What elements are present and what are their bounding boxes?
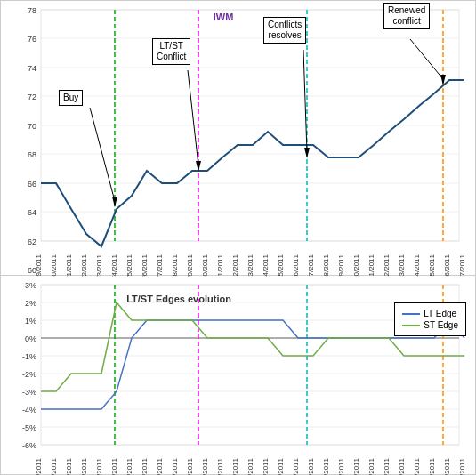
svg-text:10/23/2011: 10/23/2011 [398,457,406,475]
svg-text:10/12/2011: 10/12/2011 [231,254,239,277]
svg-text:2%: 2% [25,299,36,308]
svg-text:10/9/2011: 10/9/2011 [186,254,194,277]
svg-text:10/12/2011: 10/12/2011 [231,457,239,475]
svg-text:64: 64 [28,208,36,217]
svg-text:10/9/2011: 10/9/2011 [186,457,194,475]
svg-text:10/22/2011: 10/22/2011 [383,457,391,475]
conflicts-resolves-annotation: Conflictsresolves [263,17,306,44]
svg-text:72: 72 [28,93,36,101]
svg-text:10/14/2011: 10/14/2011 [262,457,270,475]
svg-text:0%: 0% [25,334,36,343]
svg-text:10/5/2011: 10/5/2011 [125,457,133,475]
chart-container: 78 76 74 72 70 68 66 64 62 60 IWM [0,0,476,475]
svg-text:10/16/2011: 10/16/2011 [292,457,300,475]
top-chart-svg: 78 76 74 72 70 68 66 64 62 60 IWM [1,1,476,277]
svg-text:10/15/2011: 10/15/2011 [277,457,285,475]
svg-text:10/15/2011: 10/15/2011 [277,254,285,277]
top-chart: 78 76 74 72 70 68 66 64 62 60 IWM [0,0,476,276]
svg-text:9/29/2011: 9/29/2011 [35,254,43,277]
ltst-conflict-annotation: LT/STConflict [152,38,190,65]
svg-text:9/30/2011: 9/30/2011 [50,457,58,475]
svg-text:10/25/2011: 10/25/2011 [428,254,436,277]
svg-text:9/30/2011: 9/30/2011 [50,254,58,277]
st-edge-legend-line [402,325,420,326]
svg-text:10/7/2011: 10/7/2011 [156,254,164,277]
svg-text:10/20/2011: 10/20/2011 [352,254,360,277]
lt-edge-legend-label: LT Edge [424,309,456,318]
svg-text:10/20/2011: 10/20/2011 [352,457,360,475]
svg-text:10/7/2011: 10/7/2011 [156,457,164,475]
svg-text:10/1/2011: 10/1/2011 [65,457,73,475]
svg-text:76: 76 [28,35,36,44]
svg-text:10/24/2011: 10/24/2011 [413,254,421,277]
svg-text:10/2/2011: 10/2/2011 [80,254,88,277]
svg-text:10/26/2011: 10/26/2011 [443,254,451,277]
svg-text:-1%: -1% [22,352,36,361]
svg-text:10/17/2011: 10/17/2011 [307,254,315,277]
svg-text:10/21/2011: 10/21/2011 [367,254,375,277]
svg-text:-3%: -3% [22,388,36,397]
svg-text:66: 66 [28,180,36,189]
svg-text:10/4/2011: 10/4/2011 [110,254,118,277]
svg-text:10/10/2011: 10/10/2011 [201,457,209,475]
renewed-conflict-annotation: Renewedconflict [383,3,430,29]
svg-text:10/3/2011: 10/3/2011 [95,457,103,475]
svg-text:10/11/2011: 10/11/2011 [216,457,224,475]
svg-text:10/27/2011: 10/27/2011 [458,254,466,277]
svg-text:9/29/2011: 9/29/2011 [35,457,43,475]
svg-text:62: 62 [28,238,36,246]
svg-text:10/8/2011: 10/8/2011 [171,254,179,277]
svg-text:10/5/2011: 10/5/2011 [125,254,133,277]
svg-text:10/18/2011: 10/18/2011 [322,457,330,475]
svg-text:10/13/2011: 10/13/2011 [246,254,254,277]
buy-annotation: Buy [59,90,83,106]
svg-text:-6%: -6% [22,441,36,450]
svg-text:10/21/2011: 10/21/2011 [367,457,375,475]
svg-text:10/1/2011: 10/1/2011 [65,254,73,277]
svg-text:-2%: -2% [22,370,36,379]
svg-text:70: 70 [28,122,36,131]
svg-text:10/26/2011: 10/26/2011 [443,457,451,475]
svg-text:78: 78 [28,6,36,15]
st-edge-legend-item: ST Edge [402,320,458,330]
lt-edge-legend-item: LT Edge [402,309,458,318]
st-edge-legend-label: ST Edge [424,320,458,330]
bottom-chart-title: LT/ST Edges evolution [126,294,231,304]
svg-text:10/19/2011: 10/19/2011 [337,254,345,277]
svg-text:10/4/2011: 10/4/2011 [110,457,118,475]
svg-text:10/25/2011: 10/25/2011 [428,457,436,475]
svg-text:10/23/2011: 10/23/2011 [398,254,406,277]
svg-text:-5%: -5% [22,423,36,432]
chart-legend: LT Edge ST Edge [394,302,466,336]
svg-text:10/8/2011: 10/8/2011 [171,457,179,475]
bottom-chart: 3% 2% 1% 0% -1% -2% -3% -4% -5% -6% LT/S… [0,276,476,475]
svg-text:10/16/2011: 10/16/2011 [292,254,300,277]
lt-edge-legend-line [402,313,420,315]
svg-text:10/27/2011: 10/27/2011 [458,457,466,475]
svg-text:10/10/2011: 10/10/2011 [201,254,209,277]
svg-text:10/13/2011: 10/13/2011 [246,457,254,475]
top-chart-title: IWM [214,12,234,22]
svg-text:10/19/2011: 10/19/2011 [337,457,345,475]
svg-text:10/3/2011: 10/3/2011 [95,254,103,277]
svg-text:10/24/2011: 10/24/2011 [413,457,421,475]
svg-text:10/22/2011: 10/22/2011 [383,254,391,277]
svg-text:74: 74 [28,64,36,73]
svg-text:10/17/2011: 10/17/2011 [307,457,315,475]
svg-text:68: 68 [28,150,36,159]
svg-text:1%: 1% [25,317,36,326]
svg-text:-4%: -4% [22,406,36,415]
svg-text:3%: 3% [25,281,36,290]
svg-text:10/6/2011: 10/6/2011 [141,254,149,277]
svg-text:10/14/2011: 10/14/2011 [262,254,270,277]
svg-text:10/2/2011: 10/2/2011 [80,457,88,475]
svg-text:10/11/2011: 10/11/2011 [216,254,224,277]
svg-text:10/18/2011: 10/18/2011 [322,254,330,277]
svg-text:10/6/2011: 10/6/2011 [141,457,149,475]
